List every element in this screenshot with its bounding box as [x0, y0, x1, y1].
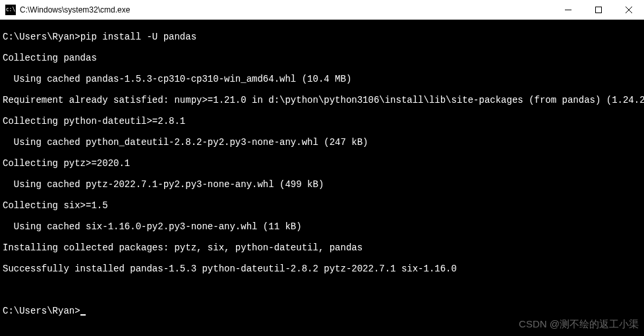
command-text: pip install -U pandas	[80, 32, 196, 42]
prompt: C:\Users\Ryan>	[3, 32, 80, 42]
output-line: Collecting six>=1.5	[3, 200, 644, 211]
minimize-button[interactable]	[553, 0, 583, 19]
output-line: Collecting python-dateutil>=2.8.1	[3, 116, 644, 126]
window-controls	[553, 0, 644, 19]
output-line: Using cached six-1.16.0-py2.py3-none-any…	[3, 221, 644, 232]
cmd-icon: c:\	[5, 5, 16, 15]
output-line: Collecting pandas	[3, 53, 644, 63]
output-line: Successfully installed pandas-1.5.3 pyth…	[3, 264, 644, 274]
maximize-button[interactable]	[583, 0, 614, 19]
cursor	[80, 314, 86, 316]
output-line: Using cached pandas-1.5.3-cp310-cp310-wi…	[3, 74, 644, 84]
window-title: C:\Windows\system32\cmd.exe	[20, 5, 553, 14]
close-button[interactable]	[614, 0, 644, 19]
prompt: C:\Users\Ryan>	[3, 306, 80, 316]
output-line: Installing collected packages: pytz, six…	[3, 242, 644, 253]
prompt-line: C:\Users\Ryan>pip install -U pandas	[3, 32, 644, 42]
terminal-output[interactable]: C:\Users\Ryan>pip install -U pandas Coll…	[0, 20, 644, 327]
watermark-text: CSDN @测不绘的返工小渠	[519, 318, 639, 331]
output-line: Requirement already satisfied: numpy>=1.…	[3, 95, 644, 105]
output-line: Using cached python_dateutil-2.8.2-py2.p…	[3, 137, 644, 148]
blank-line	[3, 285, 644, 295]
svg-rect-1	[596, 7, 602, 13]
output-line: Collecting pytz>=2020.1	[3, 158, 644, 169]
output-line: Using cached pytz-2022.7.1-py2.py3-none-…	[3, 179, 644, 190]
prompt-line: C:\Users\Ryan>	[3, 306, 644, 316]
titlebar: c:\ C:\Windows\system32\cmd.exe	[0, 0, 644, 20]
